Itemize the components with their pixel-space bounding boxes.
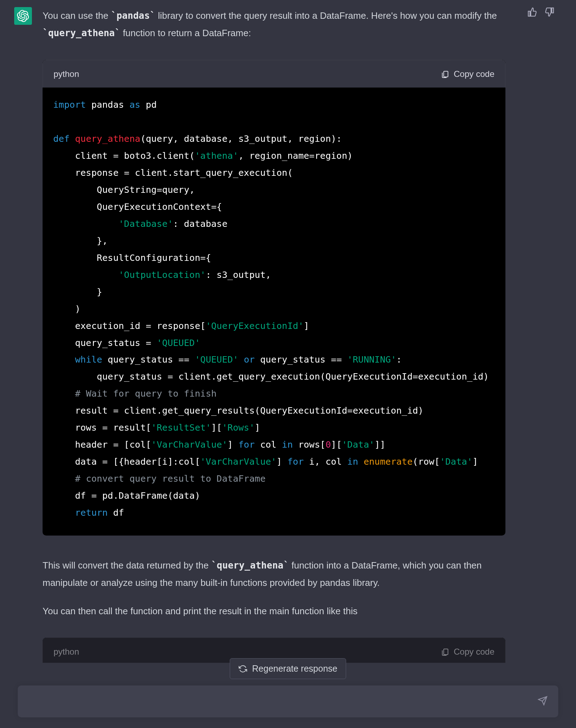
code-language-label: python	[54, 66, 79, 82]
clipboard-icon	[441, 648, 449, 656]
regenerate-label: Regenerate response	[252, 663, 337, 674]
copy-code-button[interactable]: Copy code	[441, 66, 494, 82]
inline-code-query-athena: `query_athena`	[211, 560, 289, 571]
code-header: python Copy code	[43, 60, 505, 88]
code-block-1: python Copy code import pandas as pd def…	[43, 60, 505, 536]
clipboard-icon	[441, 70, 449, 78]
openai-logo-icon	[17, 10, 29, 22]
text: function to return a DataFrame:	[120, 28, 251, 38]
send-button[interactable]	[538, 696, 548, 707]
code-language-label: python	[54, 644, 79, 660]
thumbs-down-icon[interactable]	[545, 7, 555, 17]
message-input[interactable]	[28, 696, 538, 706]
outro-paragraph: This will convert the data returned by t…	[43, 557, 507, 592]
text: You can then call the function and print…	[43, 606, 358, 616]
inline-code-query-athena: `query_athena`	[43, 28, 120, 38]
assistant-message: You can use the `pandas` library to conv…	[0, 0, 576, 663]
copy-code-label: Copy code	[454, 644, 494, 660]
copy-code-button[interactable]: Copy code	[441, 644, 494, 660]
call-paragraph: You can then call the function and print…	[43, 603, 507, 620]
input-bar[interactable]	[18, 685, 558, 717]
intro-paragraph: You can use the `pandas` library to conv…	[43, 7, 507, 42]
svg-rect-1	[444, 649, 448, 655]
send-icon	[538, 696, 548, 706]
text: library to convert the query result into…	[155, 10, 497, 21]
thumbs-up-icon[interactable]	[527, 7, 537, 17]
input-bar-container	[0, 685, 576, 728]
text: You can use the	[43, 10, 111, 21]
assistant-avatar	[14, 7, 32, 25]
inline-code-pandas: `pandas`	[111, 10, 155, 21]
svg-rect-0	[444, 71, 448, 77]
text: This will convert the data returned by t…	[43, 560, 211, 571]
regenerate-response-button[interactable]: Regenerate response	[230, 658, 346, 679]
code-content[interactable]: import pandas as pd def query_athena(que…	[43, 88, 505, 535]
refresh-icon	[239, 665, 247, 673]
feedback-icons	[527, 7, 555, 17]
copy-code-label: Copy code	[454, 66, 494, 82]
